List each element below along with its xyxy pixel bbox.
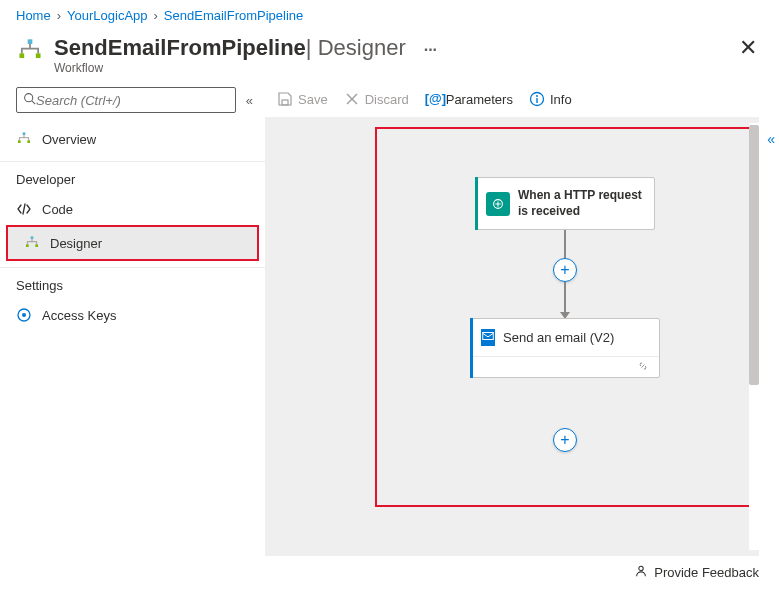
breadcrumb: Home › YourLogicApp › SendEmailFromPipel… [0, 0, 779, 31]
sidebar-item-designer[interactable]: Designer [8, 227, 257, 259]
page-title: SendEmailFromPipeline | Designer ··· [54, 35, 733, 61]
close-button[interactable]: ✕ [733, 35, 763, 61]
sidebar: « Overview Developer Code Designer Setti… [0, 87, 265, 589]
designer-canvas[interactable]: When a HTTP request is received + Send a… [265, 117, 759, 556]
sidebar-item-access-keys[interactable]: Access Keys [0, 299, 265, 331]
page-subtitle: Workflow [54, 61, 733, 75]
access-keys-icon [16, 307, 32, 323]
save-button[interactable]: Save [277, 91, 328, 107]
search-input[interactable] [36, 93, 229, 108]
search-icon [23, 92, 36, 108]
toolbar-label: Info [550, 92, 572, 107]
code-icon [16, 201, 32, 217]
title-suffix: | Designer [306, 35, 406, 61]
info-button[interactable]: Info [529, 91, 572, 107]
search-input-wrapper[interactable] [16, 87, 236, 113]
step-accent [470, 318, 473, 378]
breadcrumb-home[interactable]: Home [16, 8, 51, 23]
flow-step-http-trigger[interactable]: When a HTTP request is received [475, 177, 655, 230]
parameters-button[interactable]: [@] Parameters [425, 91, 513, 107]
http-trigger-icon [486, 192, 510, 216]
scrollbar-thumb[interactable] [749, 125, 759, 385]
svg-rect-5 [23, 132, 26, 135]
svg-rect-1 [20, 53, 25, 58]
outlook-email-icon [481, 329, 495, 346]
svg-rect-10 [35, 244, 38, 247]
flow-connector [564, 282, 566, 318]
toolbar: Save Discard [@] Parameters Info [265, 87, 779, 117]
toolbar-label: Parameters [446, 92, 513, 107]
sidebar-item-overview[interactable]: Overview [0, 123, 265, 155]
designer-icon [24, 235, 40, 251]
footer: Provide Feedback [265, 556, 779, 589]
link-icon [637, 360, 649, 375]
workflow-app-icon [16, 37, 44, 65]
step-accent [475, 177, 478, 230]
svg-point-12 [22, 313, 26, 317]
svg-rect-18 [536, 98, 537, 103]
svg-rect-7 [27, 140, 30, 143]
main-panel: Save Discard [@] Parameters Info « [265, 87, 779, 589]
sidebar-group-settings: Settings [0, 267, 265, 299]
breadcrumb-sep-icon: › [57, 8, 61, 23]
toolbar-label: Discard [365, 92, 409, 107]
page-header: SendEmailFromPipeline | Designer ··· Wor… [0, 31, 779, 87]
svg-rect-6 [18, 140, 21, 143]
toolbar-label: Save [298, 92, 328, 107]
step-label: When a HTTP request is received [518, 188, 644, 219]
title-text: SendEmailFromPipeline [54, 35, 306, 61]
discard-button[interactable]: Discard [344, 91, 409, 107]
sidebar-group-developer: Developer [0, 161, 265, 193]
svg-rect-9 [26, 244, 29, 247]
feedback-icon [634, 564, 648, 581]
svg-rect-20 [483, 333, 494, 340]
sidebar-item-label: Designer [50, 236, 102, 251]
more-options-button[interactable]: ··· [424, 41, 437, 59]
collapse-sidebar-button[interactable]: « [246, 93, 253, 108]
sidebar-item-label: Code [42, 202, 73, 217]
svg-point-21 [639, 566, 643, 570]
info-icon [529, 91, 545, 107]
flow-connector [564, 230, 566, 258]
provide-feedback-button[interactable]: Provide Feedback [634, 564, 759, 581]
highlight-designer: Designer [6, 225, 259, 261]
svg-rect-13 [282, 100, 288, 105]
add-step-button[interactable]: + [553, 258, 577, 282]
breadcrumb-app[interactable]: YourLogicApp [67, 8, 147, 23]
discard-icon [344, 91, 360, 107]
expand-panel-button[interactable]: « [767, 131, 775, 147]
overview-icon [16, 131, 32, 147]
step-label: Send an email (V2) [503, 330, 614, 345]
save-icon [277, 91, 293, 107]
breadcrumb-page[interactable]: SendEmailFromPipeline [164, 8, 303, 23]
svg-rect-2 [36, 53, 41, 58]
scrollbar[interactable] [749, 123, 759, 550]
svg-rect-0 [28, 39, 33, 44]
svg-rect-8 [31, 236, 34, 239]
breadcrumb-sep-icon: › [154, 8, 158, 23]
sidebar-item-label: Access Keys [42, 308, 116, 323]
sidebar-item-code[interactable]: Code [0, 193, 265, 225]
feedback-label: Provide Feedback [654, 565, 759, 580]
svg-line-4 [32, 101, 35, 104]
sidebar-item-label: Overview [42, 132, 96, 147]
svg-point-17 [536, 95, 538, 97]
add-step-button[interactable]: + [553, 428, 577, 452]
parameters-icon: [@] [425, 91, 441, 107]
svg-point-3 [25, 94, 33, 102]
flow-step-send-email[interactable]: Send an email (V2) [470, 318, 660, 378]
